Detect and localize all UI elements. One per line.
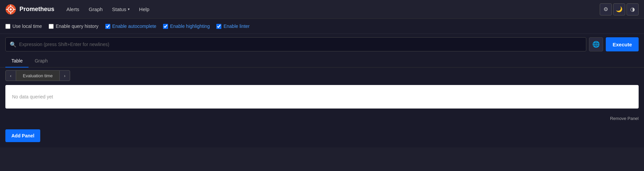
moon-icon: 🌙: [616, 6, 623, 12]
globe-icon: 🌐: [592, 41, 600, 48]
nav-graph[interactable]: Graph: [85, 4, 107, 14]
nav-right: ⚙ 🌙 ◑: [600, 3, 639, 15]
eval-time-prev-button[interactable]: ‹: [5, 70, 16, 81]
add-panel-button[interactable]: Add Panel: [5, 129, 40, 142]
chevron-right-icon: ›: [64, 73, 65, 78]
search-container: 🔍: [5, 37, 586, 51]
eval-time-next-button[interactable]: ›: [59, 70, 70, 81]
results-area: No data queried yet: [5, 85, 639, 109]
enable-linter-checkbox[interactable]: [216, 24, 221, 29]
use-local-time-checkbox[interactable]: [5, 24, 10, 29]
navbar: Prometheus Alerts Graph Status ▾ Help ⚙ …: [0, 0, 644, 19]
brand: Prometheus: [5, 4, 54, 15]
enable-autocomplete-checkbox[interactable]: [105, 24, 110, 29]
nav-help[interactable]: Help: [135, 4, 154, 14]
result-tabs: Table Graph: [0, 55, 644, 68]
theme-moon-button[interactable]: 🌙: [613, 3, 625, 15]
chevron-left-icon: ‹: [10, 73, 11, 78]
tab-graph[interactable]: Graph: [29, 55, 54, 68]
search-bar: 🔍 🌐 Execute: [0, 34, 644, 55]
settings-icon-button[interactable]: ⚙: [600, 3, 612, 15]
status-dropdown-arrow-icon: ▾: [128, 7, 130, 11]
use-local-time-label[interactable]: Use local time: [5, 24, 42, 29]
no-data-message: No data queried yet: [12, 94, 53, 99]
remove-panel-link[interactable]: Remove Panel: [610, 116, 639, 121]
contrast-icon: ◑: [630, 6, 635, 12]
enable-highlighting-label[interactable]: Enable highlighting: [163, 24, 210, 29]
enable-linter-label[interactable]: Enable linter: [216, 24, 250, 29]
brand-name: Prometheus: [19, 6, 54, 13]
eval-time-group: ‹ Evaluation time ›: [5, 70, 639, 81]
eval-time-row: ‹ Evaluation time ›: [0, 68, 644, 84]
tab-table[interactable]: Table: [5, 55, 29, 68]
svg-point-2: [10, 8, 12, 10]
nav-links: Alerts Graph Status ▾ Help: [62, 4, 600, 14]
prometheus-logo-icon: [5, 4, 16, 15]
expression-input[interactable]: [19, 42, 582, 47]
toolbar: Use local time Enable query history Enab…: [0, 19, 644, 34]
execute-button[interactable]: Execute: [606, 37, 639, 51]
nav-status[interactable]: Status ▾: [108, 4, 134, 14]
theme-contrast-button[interactable]: ◑: [627, 3, 639, 15]
eval-time-display: Evaluation time: [16, 70, 59, 81]
enable-query-history-checkbox[interactable]: [49, 24, 54, 29]
gear-icon: ⚙: [603, 6, 608, 12]
query-panel: Table Graph ‹ Evaluation time › No data …: [0, 55, 644, 124]
metrics-explorer-button[interactable]: 🌐: [589, 37, 603, 51]
enable-query-history-label[interactable]: Enable query history: [49, 24, 99, 29]
enable-autocomplete-label[interactable]: Enable autocomplete: [105, 24, 157, 29]
enable-highlighting-checkbox[interactable]: [163, 24, 168, 29]
nav-alerts[interactable]: Alerts: [62, 4, 83, 14]
remove-panel-row: Remove Panel: [0, 114, 644, 124]
search-icon: 🔍: [10, 41, 16, 48]
footer: Add Panel: [0, 124, 644, 147]
